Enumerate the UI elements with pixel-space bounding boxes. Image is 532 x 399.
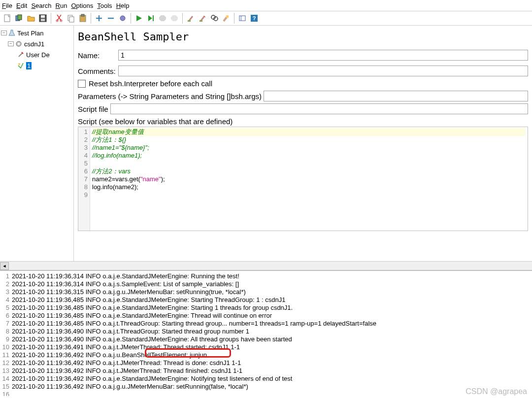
- tree-root[interactable]: − Test Plan: [1, 28, 72, 38]
- svg-rect-4: [41, 15, 45, 18]
- menu-tools[interactable]: Tools: [97, 2, 112, 9]
- code-line: //方法1：${}: [92, 136, 126, 143]
- name-label: Name:: [78, 51, 118, 60]
- log-viewer[interactable]: 12345678910111213141516 2021-10-20 11:19…: [0, 270, 532, 396]
- search-icon[interactable]: [209, 13, 220, 24]
- code-gutter: 123456789: [78, 127, 90, 231]
- code-line: //提取name变量值: [92, 128, 144, 135]
- paste-icon[interactable]: [77, 13, 88, 24]
- tree-thread-group[interactable]: − csdnJ1: [1, 38, 72, 49]
- start-no-pause-icon[interactable]: [145, 13, 156, 24]
- code-line: //方法2：vars: [92, 167, 131, 175]
- svg-rect-9: [69, 17, 74, 22]
- svg-rect-11: [81, 14, 84, 16]
- menu-file[interactable]: File: [2, 2, 12, 9]
- script-label: Script (see below for variables that are…: [78, 117, 528, 126]
- code-line: //name1="${name}";: [92, 144, 149, 151]
- reset-checkbox[interactable]: [78, 80, 86, 88]
- tree-user-vars[interactable]: User De: [1, 49, 72, 60]
- toolbar: ?: [0, 11, 532, 26]
- copy-icon[interactable]: [66, 13, 76, 24]
- menu-search[interactable]: Search: [31, 2, 51, 9]
- log-body[interactable]: 2021-10-20 11:19:36,314 INFO o.a.j.e.Sta…: [11, 271, 532, 396]
- save-icon[interactable]: [37, 13, 48, 24]
- svg-point-26: [18, 63, 20, 65]
- svg-rect-20: [226, 15, 229, 18]
- svg-marker-14: [159, 15, 166, 21]
- code-body[interactable]: //提取name变量值//方法1：${}//name1="${name}";//…: [90, 127, 528, 231]
- menu-options[interactable]: Options: [71, 2, 93, 9]
- svg-point-25: [18, 43, 20, 45]
- editor-pane: BeanShell Sampler Name: Comments: Reset …: [74, 26, 532, 261]
- cut-icon[interactable]: [54, 13, 65, 24]
- svg-rect-16: [188, 20, 191, 22]
- parameters-input[interactable]: [264, 91, 528, 101]
- tree-label: Test Plan: [17, 30, 43, 37]
- templates-icon[interactable]: [14, 13, 25, 24]
- menu-bar: File Edit Search Run Options Tools Help: [0, 0, 532, 11]
- scriptfile-label: Script file: [78, 105, 108, 113]
- svg-rect-13: [153, 15, 154, 21]
- code-line: log.info(name2);: [92, 183, 138, 191]
- help-icon[interactable]: ?: [249, 13, 260, 24]
- code-line: name2=vars.get("name");: [92, 175, 165, 183]
- svg-rect-2: [18, 15, 22, 20]
- menu-help[interactable]: Help: [116, 2, 130, 9]
- menu-edit[interactable]: Edit: [16, 2, 27, 9]
- collapse-icon[interactable]: −: [1, 31, 7, 35]
- expand-icon[interactable]: [94, 13, 104, 24]
- watermark: CSDN @agrapea: [466, 387, 527, 396]
- config-icon: [17, 51, 25, 59]
- collapse-icon[interactable]: [105, 13, 116, 24]
- tree-beanshell-sampler[interactable]: 1: [1, 60, 72, 71]
- flask-icon: [8, 29, 16, 37]
- comments-label: Comments:: [78, 67, 118, 75]
- start-icon[interactable]: [133, 13, 144, 24]
- scroll-left-icon[interactable]: ◄: [0, 262, 9, 270]
- clear-icon[interactable]: [185, 13, 196, 24]
- sampler-icon: [17, 62, 25, 69]
- comments-input[interactable]: [118, 66, 528, 76]
- reset-label: Reset bsh.Interpreter before each call: [89, 79, 212, 88]
- shutdown-icon[interactable]: [169, 13, 180, 24]
- highlight-annotation: [145, 348, 231, 358]
- menu-run[interactable]: Run: [56, 2, 67, 9]
- sampler-title: BeanShell Sampler: [78, 31, 528, 43]
- script-editor[interactable]: 123456789 //提取name变量值//方法1：${}//name1="$…: [78, 127, 528, 231]
- stop-icon[interactable]: [157, 13, 168, 24]
- gear-icon: [15, 40, 23, 48]
- toggle-icon[interactable]: [117, 13, 128, 24]
- horizontal-scrollbar[interactable]: ◄: [0, 261, 532, 270]
- tree-label: User De: [26, 51, 50, 59]
- scriptfile-input[interactable]: [110, 103, 528, 114]
- collapse-icon[interactable]: −: [8, 41, 14, 46]
- svg-point-12: [120, 16, 125, 21]
- parameters-label: Parameters (-> String Parameters and Str…: [78, 92, 262, 100]
- svg-rect-5: [41, 19, 45, 21]
- new-icon[interactable]: [2, 13, 13, 24]
- function-helper-icon[interactable]: [237, 13, 248, 24]
- name-input[interactable]: [118, 50, 528, 61]
- code-line: //log.info(name1);: [92, 152, 142, 159]
- log-gutter: 12345678910111213141516: [0, 271, 11, 396]
- svg-rect-17: [200, 20, 202, 22]
- clear-all-icon[interactable]: [197, 13, 208, 24]
- reset-search-icon[interactable]: [221, 13, 232, 24]
- open-icon[interactable]: [26, 13, 36, 24]
- tree-label: 1: [26, 62, 32, 69]
- test-plan-tree[interactable]: − Test Plan − csdnJ1 User De 1: [0, 26, 74, 261]
- svg-text:?: ?: [253, 15, 256, 21]
- tree-label: csdnJ1: [24, 40, 44, 48]
- svg-marker-15: [171, 15, 178, 21]
- svg-rect-21: [239, 16, 245, 21]
